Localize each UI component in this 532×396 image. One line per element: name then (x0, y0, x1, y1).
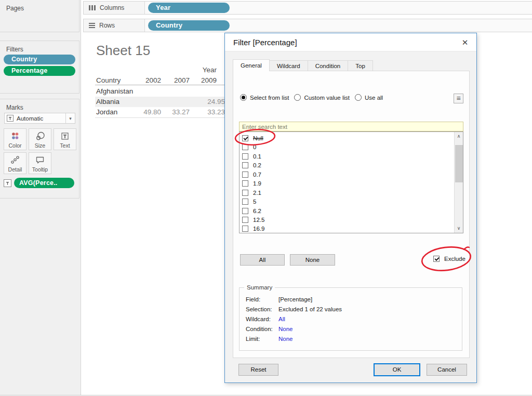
scroll-down-icon[interactable]: ∨ (455, 224, 463, 233)
list-item[interactable]: 0 (242, 142, 256, 151)
summary-group: Summary Field:[Percentage] Selection:Exc… (239, 287, 462, 351)
checkbox[interactable] (242, 190, 248, 196)
table-row[interactable]: Afghanistan (95, 86, 225, 97)
filters-label: Filters (0, 41, 79, 53)
checkbox[interactable] (242, 208, 248, 214)
checkbox[interactable] (242, 171, 248, 178)
summary-row-limit: Limit:None (246, 336, 293, 342)
list-item[interactable]: 6.2 (242, 206, 261, 215)
size-button[interactable]: Size (29, 128, 51, 150)
filter-pill-percentage[interactable]: Percentage (4, 66, 75, 76)
list-item[interactable]: 1.9 (242, 179, 261, 188)
encoding-row: AVG(Perce.. (4, 178, 74, 188)
list-item[interactable]: 12.5 (242, 215, 264, 224)
checkbox[interactable] (242, 199, 248, 205)
search-input[interactable] (239, 122, 463, 131)
table-header-row: Country 2002 2007 2009 (95, 76, 225, 85)
radio-select-from-list[interactable] (240, 94, 247, 101)
tab-wildcard[interactable]: Wildcard (269, 60, 308, 71)
reset-button[interactable]: Reset (238, 364, 278, 376)
list-item[interactable]: 16.9 (242, 224, 264, 233)
checkbox[interactable] (242, 226, 248, 232)
text-button[interactable]: Text (54, 128, 76, 150)
checkbox[interactable] (242, 180, 248, 187)
menu-icon[interactable]: ≡ (454, 94, 463, 103)
condition-link[interactable]: None (278, 326, 293, 332)
rows-shelf-head: Rows (84, 19, 145, 32)
limit-link[interactable]: None (278, 336, 293, 342)
col-header-2002: 2002 (134, 76, 161, 84)
pill-country[interactable]: Country (148, 20, 230, 31)
dialog-title: Filter [Percentage] (233, 38, 297, 47)
color-icon (4, 130, 26, 142)
scrollbar-thumb[interactable] (455, 145, 463, 182)
size-icon (29, 130, 51, 142)
summary-row-wildcard: Wildcard:All (246, 316, 285, 322)
summary-row-selection: Selection:Excluded 1 of 22 values (246, 306, 342, 312)
columns-icon (89, 5, 96, 10)
exclude-label: Exclude (444, 256, 466, 262)
checkbox[interactable] (242, 217, 248, 223)
table-row[interactable]: Albania 24.95 (95, 97, 225, 107)
detail-button[interactable]: Detail (4, 152, 26, 174)
year-field-label: Year (190, 66, 217, 74)
close-icon[interactable]: ✕ (460, 37, 470, 48)
checkbox[interactable] (242, 153, 248, 160)
value-list: Null 0 0.1 0.2 0.7 1.9 2.1 5 6.2 12.5 16… (239, 131, 463, 233)
radio-custom-value-list[interactable] (294, 94, 301, 101)
dialog-titlebar: Filter [Percentage] ✕ (225, 33, 476, 51)
all-button[interactable]: All (240, 254, 285, 266)
table-bottom-border (95, 117, 225, 118)
text-icon (54, 130, 76, 142)
col-header-2009: 2009 (190, 76, 217, 84)
table-row[interactable]: Jordan 49.80 33.27 33.23 (95, 107, 225, 117)
scrollbar[interactable]: ∧ ∨ (454, 132, 463, 233)
pill-year[interactable]: Year (148, 3, 230, 13)
general-tab-page: Select from list Custom value list Use a… (233, 71, 470, 358)
pages-shelf: Pages (0, 0, 79, 32)
list-item-null[interactable]: Null (242, 134, 263, 142)
summary-legend: Summary (244, 284, 275, 291)
checkbox[interactable] (242, 144, 248, 150)
text-icon (4, 179, 11, 187)
left-panel: Pages Filters Country Percentage Marks A… (0, 0, 81, 396)
rows-shelf-label: Rows (99, 22, 115, 29)
list-item[interactable]: 5 (242, 197, 256, 206)
tab-general[interactable]: General (233, 59, 270, 71)
list-item[interactable]: 0.1 (242, 152, 261, 161)
tab-condition[interactable]: Condition (308, 60, 349, 71)
list-item[interactable]: 0.2 (242, 161, 261, 169)
tooltip-button[interactable]: Tooltip (29, 152, 51, 174)
chevron-down-icon[interactable]: ▾ (65, 113, 75, 123)
col-header-2007: 2007 (163, 76, 190, 84)
scroll-up-icon[interactable]: ∧ (455, 132, 463, 141)
filter-pill-country[interactable]: Country (4, 55, 75, 64)
tooltip-icon (29, 154, 51, 166)
ok-button[interactable]: OK (374, 363, 420, 376)
radio-use-all[interactable] (355, 94, 362, 101)
color-button[interactable]: Color (4, 128, 26, 150)
sheet-title: Sheet 15 (96, 43, 150, 59)
columns-pill-zone: Year (145, 2, 532, 14)
pages-label: Pages (0, 0, 79, 12)
mark-type-dropdown[interactable]: Automatic ▾ (4, 113, 75, 124)
rows-shelf: Rows Country (83, 19, 532, 32)
list-item[interactable]: 2.1 (242, 188, 261, 197)
dialog-tabs: General Wildcard Condition Top (233, 59, 373, 71)
checkbox-checked[interactable] (242, 135, 248, 141)
exclude-checkbox[interactable] (433, 256, 440, 262)
cancel-button[interactable]: Cancel (427, 364, 467, 376)
rows-pill-zone: Country (145, 19, 532, 32)
tab-top[interactable]: Top (348, 60, 373, 71)
wildcard-link[interactable]: All (278, 316, 285, 322)
exclude-control: Exclude (433, 256, 466, 262)
list-item[interactable]: 0.7 (242, 170, 261, 179)
detail-icon (4, 154, 26, 166)
columns-shelf: Columns Year (83, 1, 532, 15)
marks-card: Marks Automatic ▾ Color Size (0, 99, 79, 199)
marks-label: Marks (0, 99, 79, 111)
col-header-country: Country (96, 76, 121, 84)
checkbox[interactable] (242, 162, 248, 168)
encoding-pill-avg-percentage[interactable]: AVG(Perce.. (14, 178, 74, 188)
none-button[interactable]: None (290, 254, 335, 266)
